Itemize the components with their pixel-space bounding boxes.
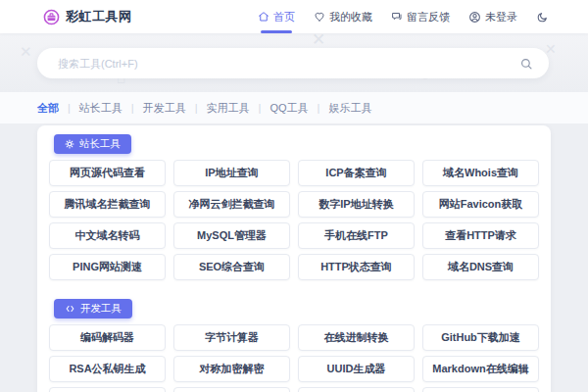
logo[interactable]: 彩虹工具网: [43, 8, 132, 25]
tool-button[interactable]: MySQL管理器: [173, 222, 290, 249]
tool-button[interactable]: SEO综合查询: [173, 254, 290, 280]
tool-button[interactable]: 网站Favicon获取: [422, 191, 539, 218]
content-background: 站长工具 网页源代码查看 IP地址查询 ICP备案查询 域名Whois查询 腾讯…: [0, 123, 588, 392]
gear-icon: [65, 139, 74, 149]
tool-button[interactable]: 域名Whois查询: [422, 160, 539, 186]
tool-button[interactable]: IP地址查询: [173, 160, 290, 186]
theme-toggle[interactable]: [536, 11, 549, 24]
tool-button[interactable]: 数字IP地址转换: [298, 191, 415, 218]
tool-button[interactable]: UUID生成器: [298, 356, 415, 382]
tool-button[interactable]: PING网站测速: [49, 254, 166, 280]
tool-button[interactable]: 手机在线FTP: [298, 222, 415, 249]
decor-cross-icon: ✕: [20, 43, 32, 61]
tab-separator: [195, 102, 198, 114]
tab-separator: [318, 102, 320, 114]
tab-webmaster[interactable]: 站长工具: [79, 101, 122, 116]
tool-button[interactable]: JS混淆加密: [49, 387, 166, 392]
section-badge-webmaster[interactable]: 站长工具: [54, 134, 131, 154]
tool-button[interactable]: 在线进制转换: [298, 324, 415, 351]
tool-button[interactable]: ICP备案查询: [298, 160, 415, 186]
tool-button[interactable]: HTTP状态查询: [298, 254, 415, 280]
header: 彩虹工具网 首页 我的收藏 留言反馈: [0, 0, 588, 33]
chat-icon: [391, 11, 403, 23]
tab-separator: [131, 102, 134, 114]
dev-tool-grid: 编码解码器 字节计算器 在线进制转换 GitHub下载加速 RSA公私钥生成 对…: [49, 324, 539, 392]
tab-qq[interactable]: QQ工具: [270, 101, 308, 116]
main-nav: 首页 我的收藏 留言反馈 未登录: [258, 0, 549, 33]
nav-favorites-label: 我的收藏: [329, 10, 372, 24]
category-tabs: 全部 站长工具 开发工具 实用工具 QQ工具 娱乐工具: [0, 92, 588, 123]
search-icon[interactable]: [519, 57, 533, 71]
nav-feedback-label: 留言反馈: [407, 10, 450, 24]
nav-login[interactable]: 未登录: [468, 0, 517, 33]
tab-separator: [68, 102, 71, 114]
tool-button[interactable]: RSA公私钥生成: [49, 356, 166, 382]
nav-favorites[interactable]: 我的收藏: [314, 0, 372, 33]
moon-icon: [536, 11, 549, 24]
home-icon: [258, 11, 270, 23]
tool-button[interactable]: 字节计算器: [173, 324, 290, 351]
tab-dev[interactable]: 开发工具: [143, 101, 186, 116]
logo-toolbox-icon: [43, 9, 60, 25]
webmaster-tool-grid: 网页源代码查看 IP地址查询 ICP备案查询 域名Whois查询 腾讯域名拦截查…: [49, 160, 539, 280]
content-card: 站长工具 网页源代码查看 IP地址查询 ICP备案查询 域名Whois查询 腾讯…: [37, 125, 551, 392]
tool-button[interactable]: 查看HTTP请求: [422, 222, 539, 249]
search-bar[interactable]: [37, 48, 549, 78]
tab-all[interactable]: 全部: [37, 101, 59, 116]
tool-button[interactable]: 时间戳转换: [298, 387, 415, 392]
tool-button[interactable]: 编码解码器: [49, 324, 166, 351]
tool-button[interactable]: GitHub下载加速: [422, 324, 539, 351]
tab-separator: [259, 102, 262, 114]
tool-button[interactable]: 对称加密解密: [173, 356, 290, 382]
tab-utility[interactable]: 实用工具: [207, 101, 250, 116]
logo-text: 彩虹工具网: [66, 8, 132, 25]
heart-icon: [314, 11, 325, 23]
nav-feedback[interactable]: 留言反馈: [391, 0, 450, 33]
tab-fun[interactable]: 娱乐工具: [328, 101, 371, 116]
tool-button[interactable]: Markdown在线编辑: [422, 356, 539, 382]
tool-button[interactable]: 网页源代码查看: [49, 160, 166, 186]
section-title: 开发工具: [80, 302, 122, 316]
nav-home[interactable]: 首页: [258, 0, 295, 33]
hero-search-section: ✕ ✕ ✕ ○ □: [0, 33, 588, 92]
section-title: 站长工具: [79, 137, 121, 151]
section-badge-dev[interactable]: 开发工具: [54, 299, 132, 318]
search-input[interactable]: [58, 58, 519, 70]
tool-button[interactable]: 腾讯域名拦截查询: [49, 191, 166, 218]
nav-login-label: 未登录: [485, 10, 517, 24]
tool-button[interactable]: 中文域名转码: [49, 222, 166, 249]
nav-home-label: 首页: [273, 10, 295, 24]
tool-button[interactable]: 单位换算: [422, 387, 539, 392]
tool-button[interactable]: 净网云剑拦截查询: [173, 191, 290, 218]
user-icon: [468, 11, 481, 24]
tool-button[interactable]: 域名DNS查询: [422, 254, 539, 280]
code-icon: [65, 304, 75, 314]
tool-button[interactable]: JSON格式化: [173, 387, 290, 392]
